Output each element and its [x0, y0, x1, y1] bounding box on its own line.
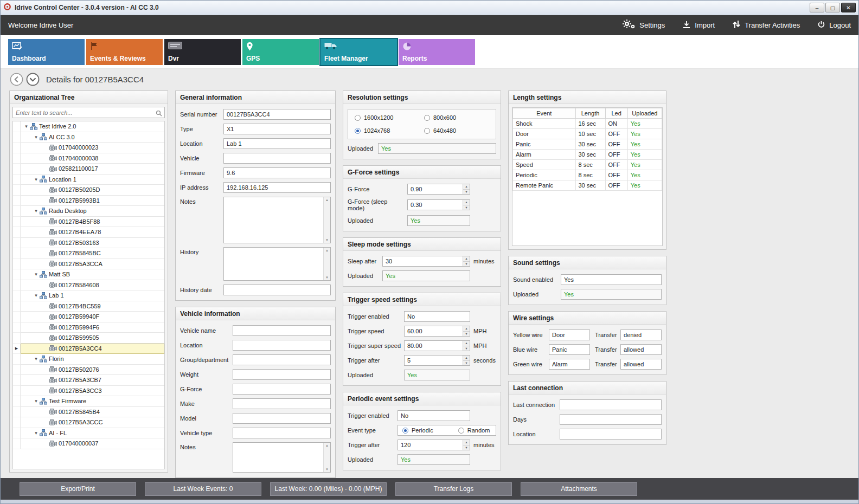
- transfer-field[interactable]: denied: [620, 329, 662, 340]
- expand-arrow-icon[interactable]: ▾: [33, 398, 40, 404]
- last-week-stats-button[interactable]: Last Week: 0.00 (Miles) - 0.00 (MPH): [270, 482, 387, 496]
- spin-down-icon[interactable]: ▼: [463, 205, 470, 210]
- tab-fleet-manager[interactable]: Fleet Manager: [320, 39, 397, 65]
- tree-item[interactable]: ▾AI CC 3.0: [13, 132, 164, 143]
- tree-item[interactable]: ▾Test Firmware: [13, 396, 164, 407]
- tree-item[interactable]: 00127B5A3CCC: [13, 417, 164, 428]
- spin-down-icon[interactable]: ▼: [463, 360, 470, 366]
- text-field[interactable]: Lab 1: [223, 138, 331, 149]
- tree-item[interactable]: 025821100017: [13, 164, 164, 175]
- spin-up-icon[interactable]: ▲: [463, 184, 470, 189]
- tree-item[interactable]: 00127B502076: [13, 365, 164, 376]
- radio-option-1600x1200[interactable]: 1600x1200: [355, 114, 420, 121]
- spin-down-icon[interactable]: ▼: [463, 331, 470, 337]
- tree-item[interactable]: 00127B5993B1: [13, 196, 164, 206]
- maximize-button[interactable]: ▢: [825, 3, 840, 12]
- text-field[interactable]: [233, 398, 331, 409]
- attachments-button[interactable]: Attachments: [521, 482, 637, 496]
- spin-up-icon[interactable]: ▲: [463, 356, 470, 360]
- text-field[interactable]: [560, 399, 662, 410]
- spinner[interactable]: ▲▼: [463, 356, 470, 365]
- text-field[interactable]: 0.30▲▼: [407, 199, 470, 210]
- wire-event-field[interactable]: Panic: [549, 344, 590, 355]
- radio-option-periodic[interactable]: Periodic: [402, 427, 433, 434]
- text-field[interactable]: X1: [223, 124, 331, 134]
- scrollbar[interactable]: ▲▼: [323, 197, 330, 243]
- transfer-activities-button[interactable]: Transfer Activities: [732, 20, 800, 30]
- tree-item[interactable]: 00127B5845B4: [13, 407, 164, 418]
- tree-item[interactable]: 00127B5845BC: [13, 248, 164, 259]
- table-row[interactable]: Shock16 secONYes: [513, 119, 662, 129]
- text-field[interactable]: 00127B5A3CC4: [223, 109, 331, 120]
- scrollbar[interactable]: ▲▼: [323, 443, 330, 472]
- scroll-up-icon[interactable]: ▲: [325, 444, 329, 447]
- logout-button[interactable]: Logout: [817, 21, 851, 30]
- text-field[interactable]: [233, 428, 331, 438]
- tree-item[interactable]: ▶00127B5A3CC4: [13, 344, 164, 354]
- spinner[interactable]: ▲▼: [463, 341, 470, 351]
- spin-down-icon[interactable]: ▼: [463, 445, 470, 450]
- tree-item[interactable]: 00127B5994F6: [13, 322, 164, 333]
- tree-item[interactable]: 00127B503163: [13, 238, 164, 249]
- tree-item[interactable]: 00127B599505: [13, 333, 164, 344]
- tree-item[interactable]: 00127B5A3CC3: [13, 386, 164, 397]
- search-input[interactable]: [12, 107, 165, 118]
- spinner[interactable]: ▲▼: [463, 256, 470, 266]
- scrollbar[interactable]: ▲▼: [323, 248, 330, 280]
- close-button[interactable]: ✕: [841, 3, 856, 12]
- text-field[interactable]: [233, 325, 331, 336]
- tab-reports[interactable]: Reports: [399, 39, 475, 65]
- spin-up-icon[interactable]: ▲: [463, 256, 470, 261]
- table-row[interactable]: Periodic8 secOFFYes: [513, 170, 662, 180]
- text-field[interactable]: No: [404, 311, 470, 322]
- spin-down-icon[interactable]: ▼: [463, 261, 470, 267]
- radio-option-800x600[interactable]: 800x600: [424, 114, 489, 121]
- table-row[interactable]: Alarm30 secOFFYes: [513, 150, 662, 160]
- tree-item[interactable]: 00127B4B5F88: [13, 217, 164, 228]
- tab-dvr[interactable]: Dvr: [164, 39, 241, 65]
- settings-button[interactable]: Settings: [623, 20, 665, 31]
- tree-item[interactable]: ▾AI - FL: [13, 428, 164, 439]
- spinner[interactable]: ▲▼: [463, 200, 470, 210]
- textarea-field[interactable]: ▲▼: [223, 247, 331, 281]
- spin-up-icon[interactable]: ▲: [463, 200, 470, 205]
- text-field[interactable]: 9.6: [223, 167, 331, 178]
- expand-arrow-icon[interactable]: ▾: [33, 430, 40, 436]
- transfer-field[interactable]: allowed: [620, 344, 662, 355]
- export-print-button[interactable]: Export/Print: [20, 482, 136, 496]
- tree-item[interactable]: ▾Florin: [13, 354, 164, 365]
- radio-option-random[interactable]: Random: [458, 427, 490, 434]
- radio-option-640x480[interactable]: 640x480: [424, 127, 489, 134]
- text-field[interactable]: [233, 413, 331, 424]
- text-field[interactable]: 80.00▲▼: [404, 340, 470, 351]
- column-header[interactable]: Led: [605, 108, 627, 119]
- tab-gps[interactable]: GPS: [242, 39, 319, 65]
- tree-item[interactable]: 00127B4BC559: [13, 301, 164, 312]
- text-field[interactable]: [233, 354, 331, 365]
- wire-event-field[interactable]: Door: [549, 329, 590, 340]
- text-field[interactable]: 30▲▼: [382, 256, 470, 267]
- tree-item[interactable]: ▾Lab 1: [13, 290, 164, 301]
- text-field[interactable]: [560, 429, 662, 440]
- spinner[interactable]: ▲▼: [463, 326, 470, 336]
- expand-arrow-icon[interactable]: ▾: [33, 177, 40, 182]
- table-row[interactable]: Speed8 secOFFYes: [513, 160, 662, 170]
- tree-item[interactable]: 00127B50205D: [13, 185, 164, 196]
- table-row[interactable]: Remote Panic30 secOFFYes: [513, 180, 662, 191]
- scroll-up-icon[interactable]: ▲: [325, 198, 329, 202]
- scroll-down-icon[interactable]: ▼: [325, 468, 329, 471]
- tree-item[interactable]: 017040000023: [13, 143, 164, 153]
- expand-arrow-icon[interactable]: ▾: [33, 208, 40, 214]
- text-field[interactable]: [233, 384, 331, 395]
- tree-item[interactable]: 00127B584608: [13, 280, 164, 291]
- tab-dashboard[interactable]: Dashboard: [8, 39, 85, 65]
- spinner[interactable]: ▲▼: [463, 184, 470, 194]
- spinner[interactable]: ▲▼: [463, 440, 470, 450]
- text-field[interactable]: [560, 414, 662, 425]
- scroll-down-icon[interactable]: ▼: [325, 238, 329, 242]
- expand-arrow-icon[interactable]: ▾: [33, 356, 40, 361]
- import-button[interactable]: Import: [682, 21, 715, 30]
- text-field[interactable]: 192.168.16.125: [223, 182, 331, 193]
- table-row[interactable]: Panic30 secOFFYes: [513, 139, 662, 150]
- tree-item[interactable]: ▾Radu Desktop: [13, 206, 164, 217]
